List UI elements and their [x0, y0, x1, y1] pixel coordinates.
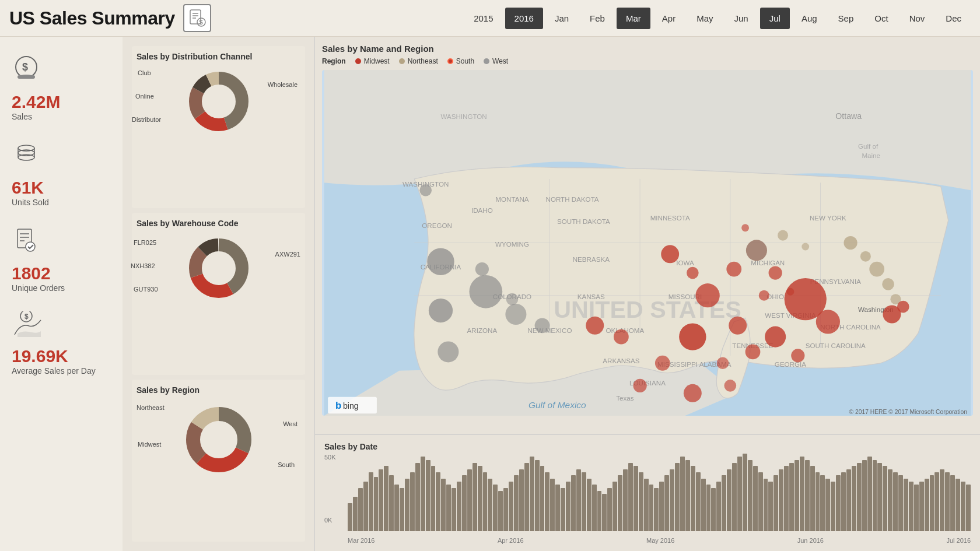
month-nov-button[interactable]: Nov — [900, 8, 935, 29]
svg-point-122 — [759, 290, 769, 301]
bar — [930, 475, 935, 531]
svg-point-91 — [687, 267, 699, 279]
west-label: West — [283, 420, 298, 427]
bar — [789, 463, 794, 531]
avg-sales-label: Average Sales per Day — [12, 366, 96, 375]
svg-point-110 — [869, 262, 884, 277]
bar — [825, 479, 830, 531]
month-may-button[interactable]: May — [687, 8, 722, 29]
bar — [592, 485, 597, 531]
month-jul-button[interactable]: Jul — [760, 8, 790, 29]
svg-point-102 — [655, 356, 670, 371]
bar — [394, 485, 399, 531]
region-legend-label: Region — [322, 57, 346, 65]
west-legend-label: West — [492, 57, 508, 65]
legend-midwest: Midwest — [355, 57, 390, 65]
month-dec-button[interactable]: Dec — [936, 8, 971, 29]
map-panel: Sales by Name and Region Region Midwest … — [315, 37, 980, 434]
month-mar-button[interactable]: Mar — [617, 8, 650, 29]
bar — [841, 472, 846, 531]
wholesale-label: Wholesale — [268, 81, 298, 88]
bar — [764, 479, 768, 531]
svg-text:b: b — [335, 400, 341, 411]
bar — [727, 469, 732, 531]
svg-point-95 — [769, 266, 782, 279]
bar — [659, 482, 664, 531]
svg-point-37 — [201, 422, 236, 457]
us-map-svg: OREGON CALIFORNIA IDAHO MONTANA NORTH DA… — [322, 70, 973, 416]
month-aug-button[interactable]: Aug — [792, 8, 827, 29]
svg-point-108 — [844, 236, 857, 250]
bar — [530, 457, 534, 531]
bar — [961, 482, 965, 531]
west-dot — [484, 58, 489, 64]
bar — [457, 482, 461, 531]
bar — [452, 488, 456, 531]
sales-by-date-section: Sales by Date 50K 0K Mar 2016 Apr 2016 M… — [315, 434, 980, 551]
svg-text:Gulf of Mexico: Gulf of Mexico — [528, 400, 586, 410]
year-2016-button[interactable]: 2016 — [505, 8, 543, 29]
bar — [612, 482, 617, 531]
bar — [753, 466, 758, 531]
header-left: US Sales Summary $ — [9, 4, 211, 32]
svg-text:NEW MEXICO: NEW MEXICO — [527, 327, 572, 334]
bar — [587, 479, 592, 531]
bar — [540, 466, 545, 531]
sales-icon: $ — [12, 54, 41, 89]
svg-point-86 — [506, 293, 519, 306]
kpi-orders: 1802 Unique Orders — [12, 226, 111, 293]
svg-text:© 2017 HERE © 2017 Microsoft C: © 2017 HERE © 2017 Microsoft Corporation — [849, 409, 968, 415]
month-jan-button[interactable]: Jan — [545, 8, 578, 29]
bar — [602, 494, 607, 531]
bar — [519, 469, 524, 531]
bar — [514, 475, 519, 531]
bar — [846, 469, 851, 531]
svg-point-19 — [26, 242, 35, 251]
bar — [358, 488, 363, 531]
month-feb-button[interactable]: Feb — [580, 8, 614, 29]
y-axis: 50K 0K — [324, 454, 345, 524]
bar — [852, 466, 856, 531]
month-sep-button[interactable]: Sep — [829, 8, 863, 29]
bar — [566, 482, 570, 531]
bar — [488, 479, 492, 531]
bar — [732, 463, 737, 531]
svg-point-106 — [684, 384, 702, 402]
svg-text:WASHINGTON: WASHINGTON — [402, 180, 449, 188]
bar — [914, 485, 919, 531]
svg-point-101 — [717, 357, 729, 369]
bar — [706, 485, 711, 531]
svg-point-32 — [202, 252, 235, 285]
sales-value: 2.42M — [12, 92, 60, 112]
bar — [478, 466, 482, 531]
x-axis: Mar 2016 Apr 2016 May 2016 Jun 2016 Jul … — [348, 537, 971, 544]
year-2015-button[interactable]: 2015 — [464, 8, 502, 29]
month-jun-button[interactable]: Jun — [725, 8, 758, 29]
bar — [644, 479, 649, 531]
bar — [628, 463, 633, 531]
bar — [571, 475, 576, 531]
bar — [685, 460, 690, 531]
bar — [873, 460, 877, 531]
bar — [743, 454, 747, 531]
x-label-jun: Jun 2016 — [797, 537, 824, 544]
bar — [353, 497, 358, 531]
bar — [722, 475, 726, 531]
month-oct-button[interactable]: Oct — [865, 8, 897, 29]
svg-point-109 — [860, 251, 871, 262]
svg-point-103 — [614, 329, 629, 345]
svg-text:MONTANA: MONTANA — [495, 195, 528, 203]
bar — [503, 488, 508, 531]
report-icon: $ — [183, 4, 211, 32]
bar — [467, 469, 472, 531]
svg-point-94 — [746, 240, 767, 261]
y-max: 50K — [324, 454, 345, 461]
x-label-jul: Jul 2016 — [946, 537, 971, 544]
svg-point-82 — [427, 248, 454, 275]
header-nav: 2015 2016 Jan Feb Mar Apr May Jun Jul Au… — [464, 8, 971, 29]
sidebar: $ 2.42M Sales 61K Units Sold — [0, 37, 123, 551]
svg-text:$: $ — [22, 61, 28, 73]
svg-point-111 — [882, 278, 894, 290]
month-apr-button[interactable]: Apr — [653, 8, 685, 29]
warehouse-code-chart: Sales by Warehouse Code FLR025 NXH382 GU… — [132, 213, 305, 375]
